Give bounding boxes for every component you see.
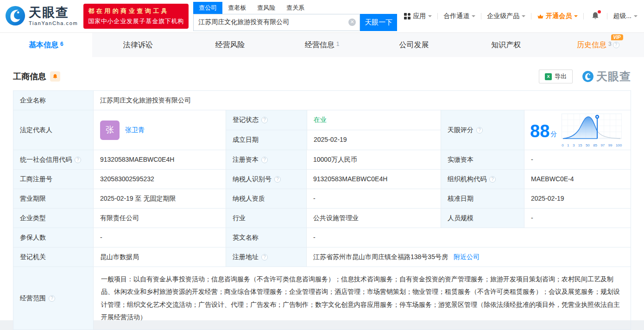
- field-label: 人员规模: [441, 209, 524, 228]
- help-icon[interactable]: ?: [75, 157, 81, 163]
- search-input-wrap: ✕: [193, 14, 360, 31]
- help-icon[interactable]: ?: [613, 42, 619, 48]
- table-row: 统一社会信用代码? 91320583MAEBWC0E4H 注册资本? 10000…: [13, 150, 631, 170]
- field-label: 参保人数: [13, 228, 93, 247]
- reg-status-value: 在业: [307, 110, 441, 130]
- staff-size-value: -: [524, 209, 631, 228]
- tab-count: 3: [608, 41, 612, 47]
- field-label: 纳税人识别号?: [226, 170, 306, 189]
- taxpayer-id-value: 91320583MAEBWC0E4H: [306, 170, 441, 189]
- nav-enterprise-products[interactable]: 企业级产品: [487, 12, 525, 20]
- promo-banner-line1: 都在用的商业查询工具: [88, 7, 184, 15]
- org-code-value: MAEBWC0E-4: [524, 170, 631, 189]
- score-label: 天眼评分: [448, 125, 474, 135]
- field-label: 登记机关: [13, 248, 93, 267]
- table-row: 登记机关 昆山市数据局 注册地址? 江苏省苏州市昆山市周庄镇全福路138号35号…: [13, 248, 631, 267]
- tianyancha-logo-icon: [5, 5, 26, 28]
- subscribe-bell-icon[interactable]: [50, 71, 60, 82]
- notifications-bell-icon[interactable]: [591, 12, 600, 21]
- business-scope-value: 一般项目：以自有资金从事投资活动；信息咨询服务（不含许可类信息咨询服务）；信息技…: [93, 267, 631, 330]
- legal-representative-link[interactable]: 张卫青: [125, 125, 145, 135]
- field-label: 企业名称: [13, 91, 93, 110]
- field-label: 法定代表人: [13, 110, 93, 150]
- nearby-companies-link[interactable]: 附近公司: [454, 252, 480, 262]
- business-registration-table: 企业名称 江苏周庄文化旅游投资有限公司 法定代表人 张 张卫青 登记状态 ? 在…: [13, 90, 631, 330]
- company-tab-bar: 基本信息6 法律诉讼 经营风险 经营信息1 公司发展 知识产权 VIP 历史信息…: [0, 32, 644, 57]
- legal-representative-cell: 张 张卫青: [93, 110, 226, 150]
- paid-capital-value: -: [524, 150, 631, 169]
- field-label: 行业: [226, 209, 306, 228]
- help-icon[interactable]: ?: [49, 295, 55, 302]
- search-tab-company[interactable]: 查公司: [193, 2, 222, 14]
- help-icon[interactable]: ?: [489, 176, 496, 183]
- chevron-down-icon: [574, 15, 578, 19]
- top-header: 天眼查 TianYanCha.com 都在用的商业查询工具 国家中小企业发展子基…: [0, 0, 644, 32]
- tianyan-score-cell[interactable]: 88 分: [524, 110, 631, 150]
- help-icon[interactable]: ?: [274, 176, 281, 183]
- search-tab-relation[interactable]: 查关系: [281, 2, 310, 14]
- help-icon[interactable]: ?: [261, 117, 268, 123]
- tianyancha-logo[interactable]: 天眼查 TianYanCha.com: [5, 5, 78, 28]
- establish-date-value: 2025-02-19: [307, 130, 441, 150]
- help-icon[interactable]: ?: [261, 254, 268, 260]
- avatar[interactable]: 张: [100, 121, 120, 140]
- score-distribution-chart: 0131550859799100: [562, 114, 622, 148]
- section-title: 工商信息: [13, 71, 46, 82]
- tab-history-info[interactable]: VIP 历史信息 3 ?: [552, 33, 644, 57]
- search-tab-risk[interactable]: 查风险: [252, 2, 281, 14]
- watermark-logo-icon: [582, 70, 594, 82]
- score-unit: 分: [550, 129, 557, 139]
- brand-domain: TianYanCha.com: [29, 20, 78, 26]
- nav-partner-label: 合作通道: [443, 12, 469, 20]
- tab-basic-info[interactable]: 基本信息6: [0, 33, 92, 57]
- reg-address-value: 江苏省苏州市昆山市周庄镇全福路138号35号房: [313, 252, 448, 262]
- chevron-down-icon: [522, 15, 525, 19]
- nav-divider: [437, 13, 438, 19]
- vip-badge: VIP: [611, 34, 623, 40]
- nav-enterprise-label: 企业级产品: [487, 12, 519, 20]
- promo-banner-line2: 国家中小企业发展子基金旗下机构: [88, 17, 184, 25]
- help-icon[interactable]: ?: [261, 157, 268, 163]
- field-label: 营业期限: [13, 189, 93, 208]
- nav-partner-channel[interactable]: 合作通道: [443, 12, 475, 20]
- nav-apps[interactable]: 应用: [404, 12, 432, 20]
- tab-operating-risk[interactable]: 经营风险: [184, 33, 276, 57]
- tab-company-development[interactable]: 公司发展: [368, 33, 460, 57]
- tab-business-info[interactable]: 经营信息1: [276, 33, 368, 57]
- tab-label: 基本信息: [29, 40, 58, 50]
- status-link[interactable]: 在业: [314, 115, 327, 125]
- nav-super-vip[interactable]: 超级...: [613, 12, 638, 20]
- insured-count-value: -: [93, 228, 226, 247]
- tab-intellectual-property[interactable]: 知识产权: [460, 33, 552, 57]
- field-label: 统一社会信用代码?: [13, 150, 93, 169]
- nav-divider: [607, 13, 607, 19]
- crown-icon: [537, 13, 544, 19]
- field-label: 组织机构代码?: [441, 170, 524, 189]
- nav-open-membership[interactable]: 开通会员: [537, 12, 578, 20]
- company-name-value: 江苏周庄文化旅游投资有限公司: [93, 91, 631, 110]
- export-button[interactable]: X 导出: [539, 70, 573, 83]
- field-label: 实缴资本: [441, 150, 524, 169]
- search-button[interactable]: 天眼一下: [360, 14, 397, 31]
- tab-legal-proceedings[interactable]: 法律诉讼: [92, 33, 184, 57]
- brand-name: 天眼查: [29, 6, 78, 19]
- reg-status-label: 登记状态: [233, 115, 259, 125]
- nav-divider: [583, 13, 584, 19]
- score-axis-ticks: 0131550859799100: [562, 143, 622, 148]
- field-label: 纳税人资质: [226, 189, 306, 208]
- table-row: 法定代表人 张 张卫青 登记状态 ? 在业 成立日期 2025-02-19 天眼…: [13, 110, 631, 150]
- nav-super-label: 超级...: [613, 12, 631, 20]
- status-date-subgrid: 登记状态 ? 在业 成立日期 2025-02-19: [226, 110, 441, 150]
- search-tab-boss[interactable]: 查老板: [222, 2, 252, 14]
- credit-code-value: 91320583MAEBWC0E4H: [93, 150, 226, 169]
- help-icon[interactable]: ?: [476, 127, 483, 133]
- tab-label: 知识产权: [491, 40, 521, 50]
- table-row: 企业名称 江苏周庄文化旅游投资有限公司: [13, 91, 631, 110]
- promo-banner[interactable]: 都在用的商业查询工具 国家中小企业发展子基金旗下机构: [83, 4, 189, 29]
- main-content: 工商信息 X 导出 天眼查 企业名称 江苏周庄文化旅游投资有限公司 法定代表人: [0, 57, 644, 320]
- reg-address-cell: 江苏省苏州市昆山市周庄镇全福路138号35号房 附近公司: [306, 248, 631, 267]
- watermark-text: 天眼查: [596, 69, 631, 84]
- search-input[interactable]: [198, 19, 348, 26]
- clear-search-icon[interactable]: ✕: [348, 19, 356, 26]
- notification-dot: [598, 10, 601, 13]
